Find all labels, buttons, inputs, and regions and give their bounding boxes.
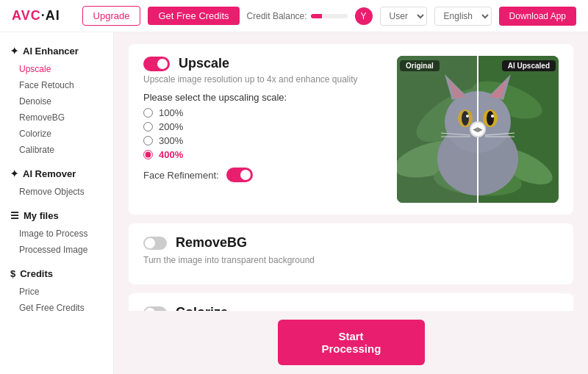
- preview-label-upscaled: AI Upscaled: [502, 60, 556, 71]
- scale-radio-300[interactable]: [143, 136, 153, 145]
- upscale-description: Upscale image resolution up to 4x and en…: [143, 74, 385, 84]
- scale-options: 100% 200% 300% 400%: [143, 107, 385, 160]
- upscale-card: Upscale Upscale image resolution up to 4…: [129, 44, 573, 215]
- scale-label-200: 200%: [159, 121, 183, 132]
- sidebar-section-credits: $ Credits Price Get Free Credits: [0, 264, 113, 316]
- sidebar-section-header-ai-remover: ✦ AI Remover: [0, 164, 113, 184]
- ai-remover-icon: ✦: [10, 168, 18, 179]
- upscale-title: Upscale: [179, 56, 229, 71]
- ai-remover-label: AI Remover: [23, 168, 76, 179]
- sidebar-item-calibrate[interactable]: Calibrate: [0, 142, 113, 158]
- credit-bar: [311, 14, 348, 18]
- sidebar-item-removebg[interactable]: RemoveBG: [0, 109, 113, 126]
- sidebar-item-denoise[interactable]: Denoise: [0, 93, 113, 109]
- sidebar-item-get-free-credits[interactable]: Get Free Credits: [0, 300, 113, 316]
- sidebar-section-header-ai-enhancer: ✦ AI Enhancer: [0, 41, 113, 61]
- upscale-toggle-slider: [143, 57, 170, 71]
- face-refinement-row: Face Refinement:: [143, 168, 385, 182]
- removebg-toggle-knob: [145, 238, 155, 248]
- upgrade-button[interactable]: Upgrade: [82, 6, 141, 26]
- preview-divider-handle[interactable]: ◀▶: [470, 121, 486, 137]
- credit-fill: [311, 14, 322, 18]
- scale-label: Please select the upscaling scale:: [143, 92, 385, 103]
- scale-radio-100[interactable]: [143, 108, 153, 118]
- scale-label-300: 300%: [159, 135, 183, 146]
- logo: AVC·AI: [12, 8, 60, 24]
- svg-point-15: [487, 111, 494, 126]
- my-files-label: My files: [24, 210, 59, 221]
- header-right: Upgrade Get Free Credits Credit Balance:…: [82, 6, 576, 26]
- upscale-left: Upscale Upscale image resolution up to 4…: [143, 56, 385, 203]
- content-area: Upscale Upscale image resolution up to 4…: [114, 32, 588, 374]
- scale-option-300[interactable]: 300%: [143, 135, 385, 146]
- scale-option-200[interactable]: 200%: [143, 121, 385, 132]
- sidebar-item-image-to-process[interactable]: Image to Process: [0, 226, 113, 242]
- sidebar-item-face-retouch[interactable]: Face Retouch: [0, 77, 113, 93]
- svg-point-17: [491, 115, 494, 118]
- upscale-title-row: Upscale: [143, 56, 385, 71]
- my-files-icon: ☰: [10, 210, 19, 221]
- face-refinement-toggle[interactable]: [226, 168, 253, 182]
- face-refinement-label: Face Refinement:: [143, 170, 219, 181]
- user-dropdown[interactable]: User: [380, 7, 427, 26]
- download-button[interactable]: Download App: [499, 7, 576, 26]
- sidebar-item-upscale[interactable]: Upscale: [0, 61, 113, 77]
- user-icon: Y: [361, 11, 367, 21]
- preview-label-original: Original: [400, 60, 440, 71]
- avatar[interactable]: Y: [355, 7, 373, 25]
- sidebar-item-processed-image[interactable]: Processed Image: [0, 242, 113, 258]
- main-layout: ✦ AI Enhancer Upscale Face Retouch Denoi…: [0, 32, 588, 374]
- ai-enhancer-label: AI Enhancer: [23, 46, 79, 57]
- free-credits-button[interactable]: Get Free Credits: [148, 7, 239, 25]
- start-processing-button[interactable]: Start Processing: [278, 320, 425, 365]
- scale-option-100[interactable]: 100%: [143, 107, 385, 118]
- sidebar: ✦ AI Enhancer Upscale Face Retouch Denoi…: [0, 32, 114, 374]
- scale-radio-400[interactable]: [143, 150, 153, 159]
- ai-enhancer-icon: ✦: [10, 46, 18, 57]
- bottom-bar: Start Processing: [114, 311, 588, 374]
- scale-option-400[interactable]: 400%: [143, 149, 385, 160]
- sidebar-section-header-my-files: ☰ My files: [0, 206, 113, 226]
- sidebar-section-ai-enhancer: ✦ AI Enhancer Upscale Face Retouch Denoi…: [0, 41, 113, 158]
- image-preview: Original AI Upscaled ◀▶: [397, 56, 559, 203]
- sidebar-item-colorize[interactable]: Colorize: [0, 126, 113, 142]
- header: AVC·AI Upgrade Get Free Credits Credit B…: [0, 0, 588, 32]
- sidebar-section-ai-remover: ✦ AI Remover Remove Objects: [0, 164, 113, 200]
- preview-container: Original AI Upscaled ◀▶: [397, 56, 559, 203]
- removebg-description: Turn the image into transparent backgrou…: [143, 255, 559, 265]
- scale-label-100: 100%: [159, 107, 183, 118]
- sidebar-item-remove-objects[interactable]: Remove Objects: [0, 184, 113, 200]
- scale-label-400: 400%: [159, 149, 183, 160]
- sidebar-section-header-credits: $ Credits: [0, 264, 113, 284]
- sidebar-section-my-files: ☰ My files Image to Process Processed Im…: [0, 206, 113, 258]
- credits-icon: $: [10, 268, 15, 279]
- removebg-card: RemoveBG Turn the image into transparent…: [129, 223, 573, 284]
- sidebar-item-price[interactable]: Price: [0, 284, 113, 300]
- svg-rect-23: [397, 56, 478, 203]
- removebg-header: RemoveBG: [143, 235, 559, 251]
- credit-balance-label: Credit Balance:: [247, 11, 307, 21]
- language-select[interactable]: English: [434, 7, 492, 26]
- removebg-title: RemoveBG: [176, 235, 247, 251]
- credits-label: Credits: [20, 268, 53, 279]
- upscale-toggle[interactable]: [143, 57, 170, 71]
- scale-radio-200[interactable]: [143, 122, 153, 132]
- face-refinement-slider: [226, 168, 253, 182]
- handle-arrows-icon: ◀▶: [473, 126, 483, 133]
- credit-balance: Credit Balance:: [247, 11, 348, 21]
- removebg-toggle[interactable]: [143, 237, 167, 250]
